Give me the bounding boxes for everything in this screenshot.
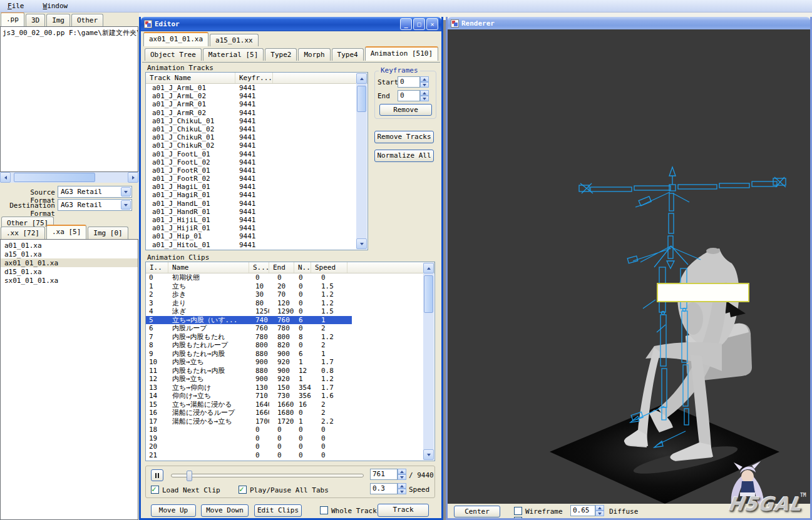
start-spinner[interactable]: 0 (398, 76, 429, 88)
pp-entry[interactable]: js3_00_02_00.pp F:\game\新建文件夹\ (1, 27, 138, 38)
doc-tab-1[interactable]: a15_01.xx (210, 34, 259, 46)
maximize-button[interactable]: □ (413, 18, 425, 30)
move-up-button[interactable]: Move Up (151, 504, 196, 517)
file-tab-0[interactable]: .xx [72] (1, 227, 45, 239)
track-row[interactable]: a01_J_Hip_019441 (146, 232, 367, 240)
close-button[interactable]: ✕ (426, 18, 438, 30)
xa-file-list[interactable]: a01_01.xaa15_01.xaax01_01_01.xad15_01.xa… (0, 239, 138, 520)
scroll-up-button[interactable] (356, 73, 367, 84)
clip-row[interactable]: 180000 (146, 426, 434, 434)
left-tab-0[interactable]: .pp (1, 12, 24, 26)
clip-row[interactable]: 200000 (146, 442, 434, 451)
clips-vertical-scrollbar[interactable] (423, 263, 434, 460)
animation-tracks-list[interactable]: Track Name Keyfr... a01_J_ArmL_019441a01… (145, 72, 368, 250)
clip-row[interactable]: 14仰向け→立ち7107303561.6 (146, 392, 434, 400)
file-tab-1[interactable]: .xa [5] (46, 225, 86, 239)
combo-dropdown-icon[interactable] (121, 200, 131, 210)
pause-button[interactable] (151, 469, 163, 481)
track-row[interactable]: a01_J_HandL_019441 (146, 200, 367, 208)
destination-format-combo[interactable]: AG3 Retail (58, 199, 132, 211)
file-tab-2[interactable]: Img [0] (88, 227, 128, 239)
whole-track-checkbox[interactable] (320, 506, 328, 514)
track-row[interactable]: a01_J_FootR_019441 (146, 166, 367, 175)
tracks-header[interactable]: Track Name Keyfr... (146, 73, 367, 84)
track-row[interactable]: a01_J_FootL_019441 (146, 150, 367, 158)
edit-clips-button[interactable]: Edit Clips (254, 504, 302, 517)
clipped-second-checkbox[interactable] (514, 517, 522, 518)
track-button[interactable]: Track (378, 504, 429, 517)
playback-slider[interactable] (171, 474, 364, 477)
load-next-clip-checkbox[interactable] (151, 486, 159, 494)
center-button[interactable]: Center (454, 506, 500, 517)
clip-row[interactable]: 3走り8012001.2 (146, 299, 434, 308)
combo-dropdown-icon[interactable] (121, 187, 131, 196)
clip-row[interactable]: 9内股もたれ→内股88090061 (146, 350, 434, 359)
diffuse-spinner[interactable]: 0.65 (570, 505, 604, 516)
scroll-thumb[interactable] (424, 275, 433, 313)
doc-tab-0[interactable]: ax01_01_01.xa (143, 32, 208, 46)
track-row[interactable]: a01_J_HitoL_019441 (146, 241, 367, 249)
playback-slider-thumb[interactable] (187, 471, 192, 481)
clip-row[interactable]: 13立ち→仰向け1301503541.7 (146, 384, 434, 392)
clip-row[interactable]: 15立ち→湯船に浸かる16401660162 (146, 400, 434, 409)
track-row[interactable]: a01_J_ArmL_029441 (146, 92, 367, 100)
track-row[interactable]: a01_J_FootL_029441 (146, 158, 367, 166)
renderer-titlebar[interactable]: Renderer (448, 17, 810, 29)
pp-file-list[interactable]: js3_00_02_00.pp F:\game\新建文件夹\ (0, 26, 138, 172)
track-row[interactable]: a01_J_HijiR_019441 (146, 224, 367, 232)
file-item[interactable]: a01_01.xa (1, 241, 138, 250)
track-row[interactable]: a01_J_ChikuR_019441 (146, 133, 367, 141)
animation-clips-list[interactable]: I.. Name S... End N.. Speed 0初期状態00001立ち… (145, 262, 435, 461)
track-row[interactable]: a01_J_ArmR_029441 (146, 109, 367, 117)
track-row[interactable]: a01_J_ArmL_019441 (146, 84, 367, 92)
clip-row[interactable]: 190000 (146, 434, 434, 443)
file-item[interactable]: ax01_01_01.xa (1, 258, 138, 267)
track-row[interactable]: a01_J_FootR_029441 (146, 175, 367, 183)
scroll-up-button[interactable] (423, 263, 434, 273)
move-down-button[interactable]: Move Down (201, 504, 249, 517)
pp-horizontal-scrollbar[interactable] (0, 172, 138, 183)
section-tab-0[interactable]: Object Tree (145, 48, 202, 61)
clip-row[interactable]: 10内股→立ち90092011.7 (146, 358, 434, 367)
speed-spinner[interactable]: 0.3 (370, 483, 406, 494)
scroll-thumb[interactable] (357, 86, 366, 112)
scroll-right-button[interactable] (128, 172, 138, 183)
left-tab-2[interactable]: Img (46, 14, 70, 26)
menu-file[interactable]: File (4, 1, 28, 11)
tracks-vertical-scrollbar[interactable] (356, 73, 367, 249)
left-tab-1[interactable]: 3D (26, 14, 45, 26)
clip-row[interactable]: 2歩き307001.2 (146, 290, 434, 299)
file-item[interactable]: sx01_01_01.xa (1, 276, 138, 285)
scroll-left-button[interactable] (0, 172, 11, 183)
render-viewport[interactable] (448, 29, 810, 504)
clips-header[interactable]: I.. Name S... End N.. Speed (146, 262, 434, 273)
left-tab-3[interactable]: Other (71, 14, 103, 26)
wireframe-checkbox[interactable] (514, 507, 522, 515)
clip-row[interactable]: 11内股もたれ→内股880900120.8 (146, 367, 434, 375)
play-pause-all-tabs-checkbox[interactable] (239, 486, 247, 494)
track-row[interactable]: a01_J_HijiL_019441 (146, 216, 367, 224)
clip-row[interactable]: 17湯船に浸かる→立ち1700172012.2 (146, 417, 434, 426)
section-tab-3[interactable]: Morph (298, 48, 330, 61)
source-format-combo[interactable]: AG3 Retail (58, 186, 132, 198)
clip-row[interactable]: 4泳ぎ1250129001.5 (146, 307, 434, 316)
clip-row[interactable]: 5立ち→内股（いす...74076061 (146, 316, 352, 325)
track-row[interactable]: a01_J_HagiL_019441 (146, 183, 367, 191)
file-item[interactable]: d15_01.xa (1, 267, 138, 276)
clip-row[interactable]: 1立ち102001.5 (146, 282, 434, 291)
clip-row[interactable]: 16湯船に浸かるループ1660168002 (146, 409, 434, 417)
track-row[interactable]: a01_J_ArmR_019441 (146, 100, 367, 108)
clip-row[interactable]: 7内股→内股もたれ78080081.2 (146, 333, 434, 342)
track-row[interactable]: a01_J_HandR_019441 (146, 208, 367, 216)
clip-row[interactable]: 8内股もたれループ80082002 (146, 341, 434, 350)
track-row[interactable]: a01_J_ChikuL_019441 (146, 117, 367, 125)
track-row[interactable]: a01_J_ChikuR_029441 (146, 141, 367, 150)
scroll-thumb[interactable] (14, 173, 95, 182)
section-tab-4[interactable]: Type4 (332, 48, 364, 61)
remove-tracks-button[interactable]: Remove Tracks (374, 131, 434, 143)
remove-button[interactable]: Remove (379, 104, 432, 116)
clip-row[interactable]: 0初期状態0000 (146, 273, 434, 282)
clip-row[interactable]: 210000 (146, 451, 434, 460)
section-tab-1[interactable]: Material [5] (203, 48, 264, 61)
clip-row[interactable]: 12内股→立ち90092011.2 (146, 375, 434, 384)
